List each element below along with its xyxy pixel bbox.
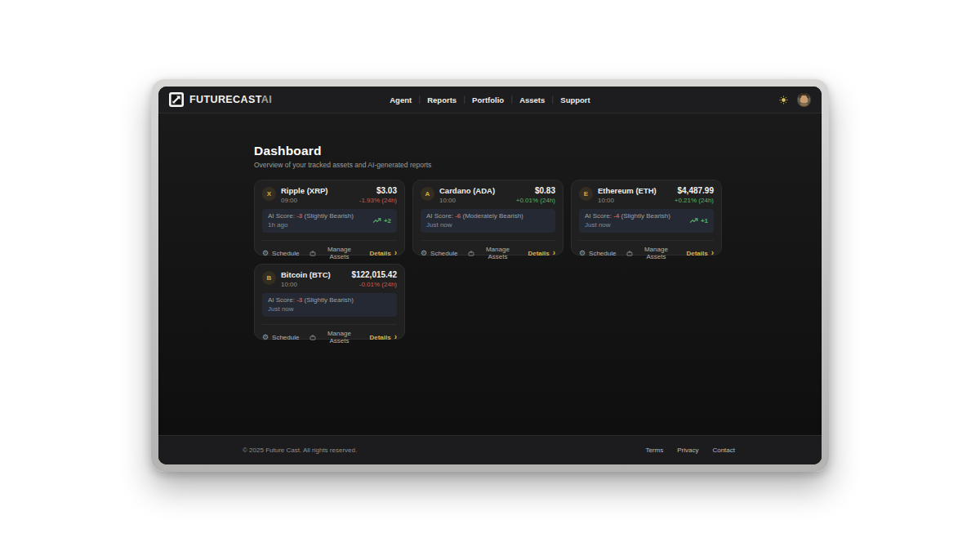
asset-change: +0.01% (24h) [516,197,555,204]
chevron-right-icon: › [394,334,397,340]
nav-item-portfolio[interactable]: Portfolio [465,87,511,113]
gear-icon: ⚙ [579,250,586,257]
brand: FUTURECASTAI [169,92,272,107]
schedule-button[interactable]: ⚙ Schedule [262,250,299,257]
brand-logo-icon [169,92,184,107]
chevron-right-icon: › [711,250,714,256]
user-avatar[interactable] [797,93,811,107]
card-actions: ⚙ Schedule Manage Assets Details [579,246,714,260]
details-button[interactable]: Details › [369,250,397,257]
briefcase-icon [310,334,316,341]
manage-assets-button[interactable]: Manage Assets [310,330,359,344]
ai-score-label: AI Score: [426,212,453,220]
asset-time: 10:00 [598,197,657,204]
manage-assets-button[interactable]: Manage Assets [310,246,359,260]
copyright-text: © 2025 Future Cast. All rights reserved. [243,447,357,454]
briefcase-icon [468,250,474,257]
gear-icon: ⚙ [421,250,427,257]
ai-score-label: AI Score: [585,212,612,220]
ai-score-panel: AI Score: -3 (Slightly Bearish) Just now [262,293,397,317]
nav-item-agent[interactable]: Agent [382,87,419,113]
asset-name: Ethereum (ETH) [598,187,657,195]
trending-up-icon [372,218,381,224]
footer-links: Terms Privacy Contact [645,447,735,454]
divider [262,240,397,241]
schedule-button[interactable]: ⚙ Schedule [421,250,457,257]
ai-score-panel: AI Score: -3 (Slightly Bearish) 1h ago [262,209,397,233]
asset-time: 09:00 [281,197,328,204]
app-screen: FUTURECASTAI Agent Reports Portfolio Ass… [158,87,822,464]
ai-score-label: AI Score: [268,296,295,304]
asset-initial-badge: B [262,271,276,285]
footer-link-contact[interactable]: Contact [712,447,735,454]
manage-assets-button[interactable]: Manage Assets [626,246,675,260]
asset-card-cardano: A Cardano (ADA) 10:00 $0.83 +0.01% (24h) [412,180,564,256]
trend-indicator: +1 [689,217,708,224]
page-title: Dashboard [254,144,724,158]
asset-time: 10:00 [439,197,495,204]
schedule-button[interactable]: ⚙ Schedule [262,334,299,341]
desktop-background: { "brand": { "name": "FUTURECAST", "suff… [0,0,980,551]
divider [421,240,555,241]
sun-icon [779,96,788,104]
divider [262,324,397,325]
asset-cards-grid: X Ripple (XRP) 09:00 $3.03 -1.93% (24h) [254,180,724,340]
divider [579,240,714,241]
briefcase-icon [310,250,316,257]
ai-updated: 1h ago [268,221,354,229]
card-actions: ⚙ Schedule Manage Assets Details [421,246,555,260]
asset-name: Cardano (ADA) [439,187,495,195]
ai-score-value: -3 [296,212,302,220]
gear-icon: ⚙ [262,250,269,257]
details-button[interactable]: Details › [686,250,714,257]
details-button[interactable]: Details › [369,334,397,341]
app-footer: © 2025 Future Cast. All rights reserved.… [158,435,822,464]
ai-sentiment: (Slightly Bearish) [305,212,354,220]
card-actions: ⚙ Schedule Manage Assets Details [262,246,397,260]
asset-price: $3.03 [359,187,397,195]
app-window: FUTURECASTAI Agent Reports Portfolio Ass… [151,79,829,472]
trend-indicator: +2 [372,217,391,224]
asset-price: $122,015.42 [351,271,397,279]
details-button[interactable]: Details › [528,250,555,257]
theme-toggle-button[interactable] [779,96,788,104]
card-actions: ⚙ Schedule Manage Assets Details [262,330,397,344]
ai-updated: Just now [268,305,354,313]
header-right [779,93,811,107]
asset-initial-badge: E [579,187,593,201]
nav-item-assets[interactable]: Assets [512,87,552,113]
main-nav: Agent Reports Portfolio Assets Support [382,87,597,113]
nav-item-support[interactable]: Support [553,87,597,113]
ai-score-value: -6 [455,212,461,220]
asset-card-bitcoin: B Bitcoin (BTC) 10:00 $122,015.42 -0.01%… [254,264,405,340]
ai-sentiment: (Slightly Bearish) [621,212,670,220]
asset-change: -0.01% (24h) [351,281,397,288]
asset-price: $4,487.99 [675,187,714,195]
asset-time: 10:00 [281,281,331,288]
ai-sentiment: (Moderately Bearish) [463,212,523,220]
ai-updated: Just now [585,221,670,229]
page-subtitle: Overview of your tracked assets and AI-g… [254,161,724,169]
trend-value: +1 [701,217,708,224]
footer-link-terms[interactable]: Terms [645,447,663,454]
nav-item-reports[interactable]: Reports [420,87,464,113]
footer-link-privacy[interactable]: Privacy [677,447,698,454]
manage-assets-button[interactable]: Manage Assets [468,246,517,260]
asset-initial-badge: A [421,187,434,201]
trending-up-icon [689,218,698,224]
ai-updated: Just now [426,221,523,229]
ai-score-label: AI Score: [268,212,295,220]
asset-name: Bitcoin (BTC) [281,271,331,279]
brand-name: FUTURECASTAI [189,94,272,105]
ai-score-panel: AI Score: -4 (Slightly Bearish) Just now [579,209,714,233]
schedule-button[interactable]: ⚙ Schedule [579,250,616,257]
asset-change: -1.93% (24h) [359,197,397,204]
asset-price: $0.83 [516,187,555,195]
gear-icon: ⚙ [262,334,269,341]
asset-initial-badge: X [262,187,276,201]
trend-value: +2 [384,217,391,224]
ai-score-value: -3 [296,296,302,304]
ai-sentiment: (Slightly Bearish) [305,296,354,304]
asset-card-ripple: X Ripple (XRP) 09:00 $3.03 -1.93% (24h) [254,180,405,256]
asset-name: Ripple (XRP) [281,187,328,195]
